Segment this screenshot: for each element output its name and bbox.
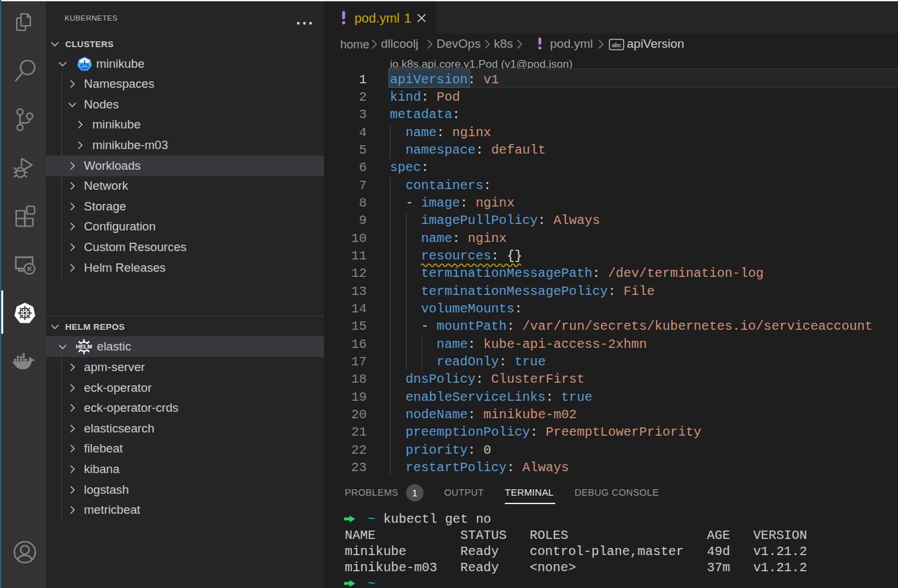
svg-text:HELM: HELM [76,344,92,350]
svg-text:abc: abc [612,42,622,48]
